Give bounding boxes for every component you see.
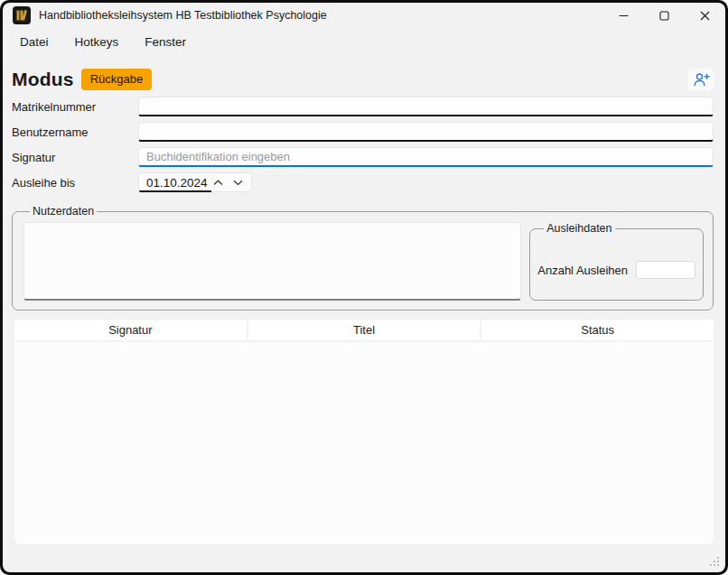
title-bar[interactable]: Handbibliotheksleihsystem HB Testbibliot…	[3, 3, 725, 28]
nutzerdaten-groupbox: Nutzerdaten Ausleihdaten Anzahl Ausleihe…	[12, 205, 714, 311]
matrikelnummer-input[interactable]	[138, 97, 714, 116]
form-row-matrikelnummer: Matrikelnummer	[12, 97, 714, 116]
signatur-input[interactable]	[138, 147, 714, 167]
window-title: Handbibliotheksleihsystem HB Testbibliot…	[39, 9, 327, 22]
page-title: Modus	[12, 69, 74, 90]
chevron-up-icon	[213, 180, 223, 186]
menu-fenster[interactable]: Fenster	[144, 33, 187, 51]
form-row-ausleihe-bis: Ausleihe bis 01.10.2024	[12, 172, 714, 192]
form-area: Matrikelnummer Benutzername Signatur Aus…	[12, 97, 714, 198]
date-underline	[139, 190, 211, 192]
nutzerdaten-textarea[interactable]	[23, 222, 521, 301]
heading-row: Modus Rückgabe	[12, 66, 714, 93]
ausleihe-bis-date-spinner[interactable]: 01.10.2024	[138, 172, 252, 192]
form-row-signatur: Signatur	[12, 147, 714, 167]
window-controls	[603, 3, 725, 28]
table-header: Signatur Titel Status	[14, 320, 714, 340]
nutzerdaten-content: Ausleihdaten Anzahl Ausleihen	[23, 222, 704, 301]
benutzername-label: Benutzername	[12, 125, 138, 139]
matrikelnummer-label: Matrikelnummer	[12, 100, 138, 114]
date-increment-button[interactable]	[208, 173, 228, 191]
app-books-icon	[13, 6, 31, 24]
ausleihdaten-title: Ausleihdaten	[544, 222, 614, 235]
resize-grip[interactable]	[710, 557, 720, 567]
anzahl-row: Anzahl Ausleihen	[537, 261, 695, 279]
minimize-button[interactable]	[603, 3, 644, 28]
ausleihe-bis-label: Ausleihe bis	[12, 176, 138, 190]
table-body[interactable]	[14, 342, 714, 544]
window-frame: Handbibliotheksleihsystem HB Testbibliot…	[3, 3, 725, 572]
nutzerdaten-title: Nutzerdaten	[30, 205, 97, 218]
chevron-down-icon	[233, 180, 243, 186]
ausleihe-bis-value[interactable]: 01.10.2024	[139, 176, 208, 190]
benutzername-input[interactable]	[138, 122, 714, 142]
column-header-signatur[interactable]: Signatur	[14, 320, 247, 340]
column-header-status[interactable]: Status	[481, 320, 714, 340]
menu-bar: Datei Hotkeys Fenster	[3, 28, 725, 56]
date-decrement-button[interactable]	[228, 173, 247, 191]
menu-datei[interactable]: Datei	[19, 33, 50, 51]
signatur-label: Signatur	[12, 151, 138, 164]
add-user-button[interactable]	[687, 69, 714, 90]
ausleihdaten-groupbox: Ausleihdaten Anzahl Ausleihen	[529, 222, 704, 301]
menu-hotkeys[interactable]: Hotkeys	[74, 33, 120, 51]
loans-table: Signatur Titel Status	[14, 320, 714, 544]
mode-badge[interactable]: Rückgabe	[81, 69, 153, 90]
anzahl-ausleihen-input[interactable]	[636, 261, 695, 279]
person-add-icon	[693, 72, 710, 87]
column-header-titel[interactable]: Titel	[248, 320, 481, 340]
close-button[interactable]	[685, 3, 725, 28]
maximize-button[interactable]	[644, 3, 685, 28]
app-window: Handbibliotheksleihsystem HB Testbibliot…	[0, 0, 728, 575]
form-row-benutzername: Benutzername	[12, 122, 714, 142]
anzahl-ausleihen-label: Anzahl Ausleihen	[537, 264, 628, 277]
